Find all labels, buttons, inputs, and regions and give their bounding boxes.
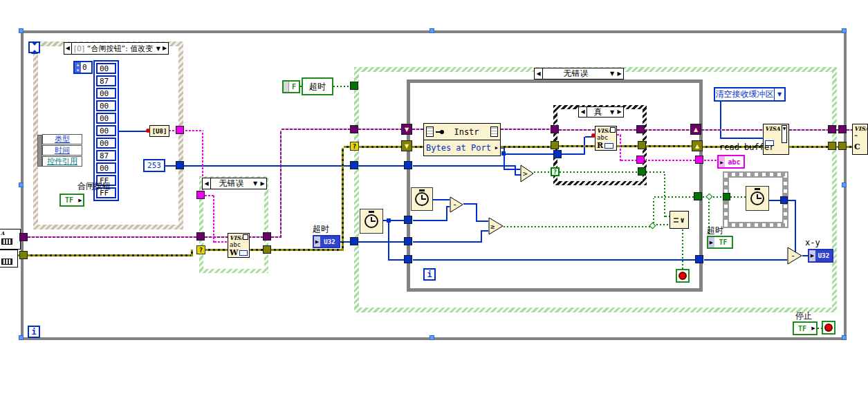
visa-read-node[interactable]: VISA abc R (595, 126, 617, 151)
wire-error (847, 146, 852, 148)
timeout-indicator-label: 超时 (707, 225, 723, 236)
small-case-selector-label: 无错误 (211, 178, 252, 189)
big-case-header[interactable]: ◀ 无错误 ▼ ▶ (534, 68, 624, 79)
subtract-node[interactable]: - (450, 196, 463, 213)
array-index-value[interactable]: 0 (81, 63, 91, 72)
outer-loop-iteration-terminal[interactable]: i (28, 326, 40, 338)
timeout-boolean-indicator[interactable]: ▶ TF (707, 236, 733, 249)
array-index-stepper[interactable]: ▲ ▼ 0 (73, 61, 93, 74)
greater-or-equal-node[interactable]: ≥ (488, 217, 504, 235)
wire-253 (358, 165, 404, 167)
error-cluster-partial[interactable] (0, 250, 18, 268)
small-case-header[interactable]: ◀ 无错误 ▼ ▶ (202, 178, 267, 189)
shift-register-right-error[interactable]: ▲ (692, 140, 703, 151)
selection-handle[interactable] (430, 335, 434, 340)
greater-than-node[interactable]: > (520, 165, 534, 182)
array-element[interactable]: 00 (96, 63, 116, 74)
prev-case-icon[interactable]: ◀ (203, 178, 210, 189)
next-case-icon[interactable]: ▶ (161, 43, 168, 54)
selection-handle[interactable] (19, 335, 24, 340)
flush-mode-ring-constant[interactable]: 清空接收缓冲区 ▼ (714, 87, 786, 102)
array-element[interactable]: 00 (96, 138, 116, 149)
array-element[interactable]: 00 (96, 125, 116, 136)
byte-array-to-string-node[interactable]: [U8] (149, 125, 169, 137)
next-case-icon[interactable]: ▶ (616, 106, 623, 118)
wire-error (18, 254, 192, 256)
spin-up-icon[interactable]: ▲ (77, 63, 79, 66)
spin-down-icon[interactable]: ▼ (77, 68, 79, 72)
event-timeout-terminal-hourglass-icon[interactable] (28, 41, 40, 53)
selection-handle[interactable] (842, 182, 847, 187)
selection-handle[interactable] (430, 28, 434, 33)
inner-loop-stop-terminal[interactable] (676, 269, 690, 283)
event-data-node[interactable]: 类型 时间 控件引用 (42, 134, 82, 169)
event-data-item-ctlref[interactable]: 控件引用 (42, 156, 82, 167)
array-element[interactable]: 00 (96, 88, 116, 99)
event-data-item-type[interactable]: 类型 (42, 134, 82, 144)
visa-resource-control-partial[interactable]: A (0, 229, 21, 250)
elapsed-u32-indicator[interactable]: ▶ U32 (808, 249, 833, 263)
shift-register-left-visa[interactable]: ▼ (401, 124, 412, 135)
false-boolean-constant[interactable]: F (282, 80, 300, 93)
outer-loop-stop-terminal[interactable] (822, 321, 835, 335)
shift-register-right-visa[interactable]: ▲ (690, 124, 701, 135)
read-buffer-string-terminal[interactable]: ▶ abc (717, 155, 745, 169)
array-element[interactable]: 87 (96, 75, 116, 86)
subtract-node[interactable]: - (787, 247, 802, 265)
tunnel-numeric (176, 161, 184, 169)
case-selector-terminal[interactable]: ? (350, 142, 359, 151)
case-selector-terminal[interactable]: ? (196, 245, 205, 254)
event-structure-header[interactable]: ◀ [0] “合闸按钮”: 值改变 ▼ ▶ (64, 42, 169, 55)
wire-read-string (645, 160, 695, 161)
inner-case-header[interactable]: ◀ 真 ▼ ▶ (578, 106, 624, 118)
close-button-boolean-terminal[interactable]: TF ▶ (59, 194, 84, 207)
tunnel-boolean (723, 193, 730, 200)
selection-handle[interactable] (842, 335, 847, 340)
prev-case-icon[interactable]: ◀ (579, 106, 587, 118)
wire-command-string (185, 130, 203, 131)
tick-count-node[interactable] (746, 186, 769, 211)
array-element[interactable]: 87 (96, 150, 116, 161)
next-case-icon[interactable]: ▶ (616, 68, 623, 79)
clock-icon (750, 191, 764, 205)
svg-text:≥: ≥ (490, 223, 495, 230)
stop-boolean-terminal[interactable]: TF ▶ (793, 321, 818, 335)
timeout-u32-terminal[interactable]: ▶ U32 (313, 235, 340, 248)
prev-case-icon[interactable]: ◀ (64, 43, 71, 54)
string-terminal-text: abc (725, 158, 744, 166)
visa-write-node[interactable]: VISA abc W (228, 233, 250, 258)
small-case-structure (199, 176, 268, 273)
inner-loop-iteration-terminal[interactable]: i (423, 268, 436, 281)
case-dropdown-icon[interactable]: ▼ (252, 180, 259, 187)
ring-dropdown-icon[interactable]: ▼ (774, 88, 784, 100)
shift-register-left-error[interactable]: ▼ (401, 140, 412, 151)
next-case-icon[interactable]: ▶ (259, 178, 266, 189)
selection-handle[interactable] (19, 28, 24, 33)
numeric-constant-253[interactable]: 253 (143, 159, 165, 172)
property-bytes-at-port[interactable]: Bytes at Port (426, 143, 495, 153)
or-node[interactable]: ∨ (670, 211, 689, 229)
coercion-dot (146, 129, 150, 133)
case-selector-terminal[interactable]: ? (551, 167, 560, 176)
case-dropdown-icon[interactable]: ▼ (609, 109, 616, 115)
tunnel-numeric (553, 150, 562, 158)
tick-count-node[interactable] (360, 209, 383, 234)
read-buffer-label: read buffer (719, 142, 774, 152)
tunnel-numeric (350, 237, 358, 245)
tick-count-node[interactable] (411, 187, 433, 211)
array-element[interactable]: 00 (96, 113, 116, 124)
elapsed-label: x-y (805, 238, 820, 247)
visa-close-node[interactable]: VISA ⌁ C (852, 124, 868, 155)
wire-visa (701, 129, 763, 131)
selection-handle[interactable] (842, 28, 847, 33)
wire-error (359, 146, 401, 148)
wire-elapsed (463, 203, 477, 205)
event-data-item-time[interactable]: 时间 (42, 145, 82, 156)
selection-handle[interactable] (19, 182, 24, 187)
prev-case-icon[interactable]: ◀ (535, 68, 542, 79)
array-element[interactable]: 00 (96, 162, 116, 173)
case-dropdown-icon[interactable]: ▼ (155, 46, 161, 52)
case-dropdown-icon[interactable]: ▼ (609, 71, 616, 77)
array-element[interactable]: 00 (96, 100, 116, 111)
visa-property-node[interactable]: Instr Bytes at Port ▶ (423, 123, 501, 156)
